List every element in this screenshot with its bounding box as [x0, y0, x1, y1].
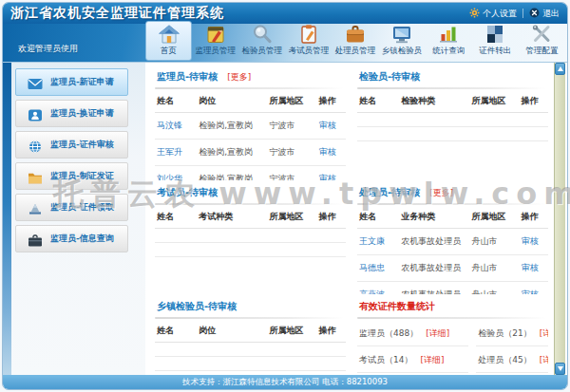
panel-title: 处理员-待审核 — [359, 186, 420, 199]
col-header: 操作 — [317, 90, 346, 113]
col-header: 姓名 — [357, 206, 399, 229]
empty-row — [155, 357, 346, 371]
empty-row — [155, 343, 346, 357]
col-header: 岗位 — [197, 90, 267, 113]
person-name-link[interactable]: 王军升 — [155, 140, 197, 166]
sidebar-item-label: 监理员-制证发证 — [50, 170, 114, 182]
region-cell: 舟山市 — [470, 282, 520, 295]
person-name-link[interactable]: 王文康 — [357, 229, 399, 255]
nav-item-home[interactable]: 首页 — [145, 21, 192, 61]
sidebar-item-certificate-issuance[interactable]: 监理员-制证发证 — [15, 162, 128, 190]
cone-icon — [28, 201, 43, 214]
chevron-down-icon — [558, 366, 563, 371]
col-header: 姓名 — [155, 90, 197, 113]
dashboard: 监理员-待审核 [更多] 姓名 岗位 所属地区 操作 马汶 — [145, 63, 554, 375]
col-header: 考试种类 — [197, 206, 267, 229]
nav-item-certificate-transfer[interactable]: 证件转出 — [472, 21, 519, 61]
review-link[interactable]: 审核 — [319, 121, 336, 130]
nav-label: 统计查询 — [432, 46, 465, 57]
logout-button[interactable]: 退出 — [529, 8, 560, 20]
nav-item-inspector-management[interactable]: 检验员管理 — [238, 21, 285, 61]
detail-link[interactable]: [详细] — [420, 354, 444, 366]
empty-row — [155, 243, 346, 257]
business-type-cell: 农机事故处理员 — [399, 229, 469, 255]
nav-item-management-config[interactable]: 管理配置 — [519, 21, 565, 61]
more-link[interactable]: [更多] — [227, 71, 251, 84]
id-card-icon — [28, 107, 43, 120]
nav-item-examiner-management[interactable]: 考试员管理 — [285, 21, 332, 61]
region-cell: 宁波市 — [268, 166, 317, 181]
stat-label: 检验员（21） — [478, 327, 531, 340]
examiner-table: 姓名 考试种类 所属地区 操作 — [155, 206, 346, 257]
review-link[interactable]: 审核 — [319, 174, 336, 180]
sidebar-item-certificate-review[interactable]: 监理员-证件审核 — [15, 131, 128, 159]
titlebar-actions: 个人设置 退出 — [469, 8, 560, 20]
nav-label: 乡镇检验员 — [382, 46, 423, 57]
sidebar-item-label: 监理员-证件审核 — [50, 139, 114, 151]
nav-item-township-inspector[interactable]: 乡镇检验员 — [379, 21, 426, 61]
col-header: 检验种类 — [399, 90, 469, 113]
sidebar-menu: 监理员-新证申请 监理员-换证申请 监理员-证件审核 监理员-制证发证 — [15, 68, 128, 252]
panel-township-inspector-pending: 乡镇检验员-待审核 姓名 岗位 所属地区 操作 — [155, 294, 346, 375]
stat-handlers: 处理员（45） [详细] — [476, 346, 548, 373]
col-header: 操作 — [520, 90, 548, 113]
detail-link[interactable]: [详细] — [540, 354, 548, 366]
col-header: 所属地区 — [268, 206, 317, 229]
panel-supervisor-pending: 监理员-待审核 [更多] 姓名 岗位 所属地区 操作 马汶 — [155, 65, 346, 180]
person-name-link[interactable]: 马德忠 — [357, 255, 399, 282]
detail-link[interactable]: [详细] — [426, 327, 449, 340]
review-link[interactable]: 审核 — [522, 236, 539, 246]
table-row: 王军升 检验岗,宣教岗 宁波市 审核 — [155, 140, 346, 166]
nav-label: 首页 — [161, 46, 177, 57]
stat-label: 处理员（45） — [478, 354, 531, 366]
home-icon — [158, 24, 180, 45]
nav-label: 监理员管理 — [195, 46, 236, 57]
application-window: 浙江省农机安全监理证件管理系统 个人设置 退出 欢迎管理员使用 首页 — [0, 0, 570, 392]
status-bar: 技术支持：浙江森特信息技术有限公司 电话：88210093 — [3, 375, 567, 389]
table-row: 刘少华 检验岗,宣教岗 宁波市 审核 — [155, 166, 346, 181]
nav-item-handler-management[interactable]: 处理员管理 — [332, 21, 378, 61]
magnifier-icon — [251, 24, 274, 45]
sidebar-item-certificate-renewal-application[interactable]: 监理员-换证申请 — [15, 100, 128, 127]
region-cell: 宁波市 — [268, 140, 317, 166]
title-divider — [155, 203, 344, 205]
person-name-link[interactable]: 高燕波 — [357, 282, 399, 295]
business-type-cell: 农机事故处理员 — [399, 255, 469, 282]
sidebar-item-new-certificate-application[interactable]: 监理员-新证申请 — [15, 68, 128, 96]
review-link[interactable]: 审核 — [522, 263, 539, 272]
col-header: 姓名 — [155, 206, 197, 229]
checkerboard-icon — [484, 24, 506, 45]
scroll-down-button[interactable] — [555, 363, 565, 375]
vertical-scrollbar[interactable] — [554, 63, 565, 375]
inspector-table: 姓名 检验种类 所属地区 操作 — [357, 90, 548, 141]
stats-title: 有效证件数量统计 — [359, 300, 435, 313]
scroll-up-button[interactable] — [555, 63, 565, 75]
col-header: 操作 — [520, 206, 548, 229]
sidebar-item-information-query[interactable]: 监理员-信息查询 — [15, 225, 128, 252]
review-link[interactable]: 审核 — [319, 147, 336, 157]
col-header: 岗位 — [197, 320, 267, 343]
col-header: 姓名 — [155, 320, 197, 343]
more-link[interactable]: [更多] — [429, 187, 453, 199]
detail-link[interactable]: [详细] — [540, 327, 548, 340]
col-header: 业务种类 — [399, 206, 469, 229]
title-divider — [155, 317, 344, 319]
monitor-icon — [390, 24, 413, 45]
panel-title: 检验员-待审核 — [359, 70, 420, 84]
nav-item-statistics-query[interactable]: 统计查询 — [426, 21, 472, 61]
sidebar-item-certificate-collection[interactable]: 监理员-证件领取 — [15, 194, 128, 221]
folder-icon — [28, 170, 43, 182]
clipboard-icon — [297, 24, 320, 45]
person-name-link[interactable]: 刘少华 — [155, 166, 197, 181]
chevron-up-icon — [558, 66, 563, 71]
nav-label: 证件转出 — [479, 46, 511, 57]
nav-item-supervisor-management[interactable]: 监理员管理 — [192, 21, 238, 61]
region-cell: 宁波市 — [268, 113, 317, 140]
post-cell: 检验岗,宣教岗 — [197, 166, 267, 181]
personal-settings-button[interactable]: 个人设置 — [469, 8, 517, 20]
stat-examiners: 考试员（14） [详细] — [357, 346, 468, 373]
stat-label: 考试员（14） — [359, 354, 412, 366]
person-name-link[interactable]: 马汶锋 — [155, 113, 197, 140]
logout-label: 退出 — [542, 8, 560, 20]
sidebar-item-label: 监理员-换证申请 — [50, 107, 114, 120]
